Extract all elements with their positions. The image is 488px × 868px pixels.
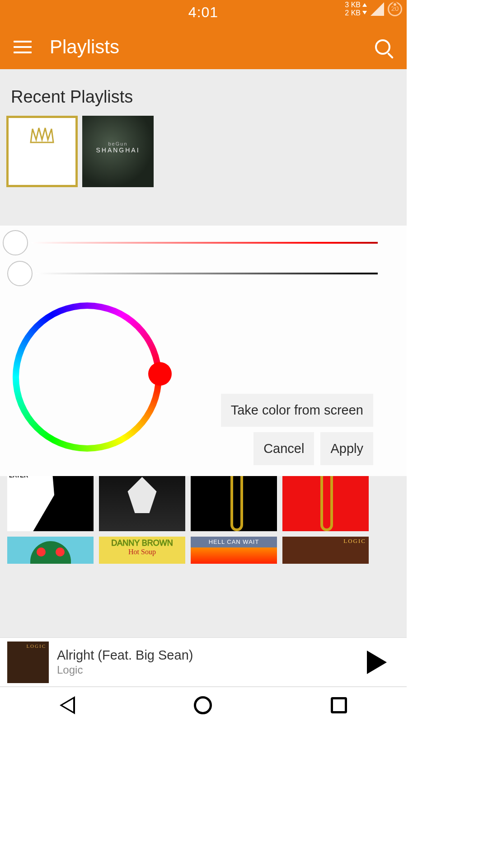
status-right: 3 KB 2 KB R 20 [345,1,402,17]
search-button[interactable] [372,37,393,57]
playlist-thumb[interactable]: beGun SHANGHAI [82,116,154,187]
playlist-grid: THANK DRAKEME LATER DANNY BROWN Hot Soup… [7,459,369,609]
battery-icon: 20 [388,2,402,16]
now-playing-bar[interactable]: LOGIC Alright (Feat. Big Sean) Logic [0,637,407,686]
color-picker-panel: Take color from screen Cancel Apply [0,226,407,476]
album-text: HELL CAN WAIT [209,538,259,545]
playlist-thumb[interactable] [6,116,78,187]
thumb-caption: beGun [108,141,127,146]
now-playing-artist: Logic [57,664,359,676]
album-cell[interactable] [7,537,94,564]
album-text: DANNY BROWN [111,538,173,548]
hue-thumb[interactable] [148,362,172,386]
battery-pct: 20 [391,5,399,13]
arrow-up-icon [362,3,367,7]
status-bar: 4:01 3 KB 2 KB R 20 [0,0,407,25]
recents-button[interactable] [331,697,347,713]
saturation-slider[interactable] [0,227,407,258]
album-cell[interactable]: LOGIC [282,537,369,564]
signal-icon: R [371,2,384,16]
slider-thumb[interactable] [7,261,33,286]
app-bar: Playlists [0,25,407,69]
album-text: Hot Soup [128,548,156,556]
album-cell[interactable]: HELL CAN WAIT [191,537,277,564]
now-playing-info[interactable]: Alright (Feat. Big Sean) Logic [57,648,359,676]
album-cell[interactable]: DANNY BROWN Hot Soup [99,537,185,564]
recent-playlists-row: beGun SHANGHAI [0,116,407,187]
hue-ring[interactable] [13,302,162,452]
thumb-caption: SHANGHAI [96,146,140,154]
album-text: LOGIC [343,538,366,545]
status-time: 4:01 [188,4,218,21]
content: Recent Playlists beGun SHANGHAI THANK DR… [0,69,407,637]
take-color-button[interactable]: Take color from screen [221,394,373,427]
hue-wheel[interactable] [11,298,174,461]
back-button[interactable] [60,696,75,714]
nav-bar [0,686,407,723]
slider-track[interactable] [36,273,378,274]
art-label: LOGIC [26,643,46,649]
cancel-button[interactable]: Cancel [253,432,314,465]
apply-button[interactable]: Apply [320,432,373,465]
arrow-down-icon [362,11,367,14]
slider-thumb[interactable] [3,230,28,255]
network-speed: 3 KB 2 KB [345,1,367,17]
menu-icon[interactable] [14,41,32,53]
slider-track[interactable] [32,242,378,244]
page-title: Playlists [50,36,354,58]
home-button[interactable] [194,696,212,714]
recent-playlists-header: Recent Playlists [0,69,407,116]
crown-icon [26,124,58,151]
now-playing-art[interactable]: LOGIC [7,642,49,683]
net-down: 2 KB [345,9,361,17]
play-icon[interactable] [367,651,387,674]
search-icon [375,39,390,55]
now-playing-title: Alright (Feat. Big Sean) [57,648,359,663]
net-up: 3 KB [345,1,361,9]
lightness-slider[interactable] [0,258,407,289]
